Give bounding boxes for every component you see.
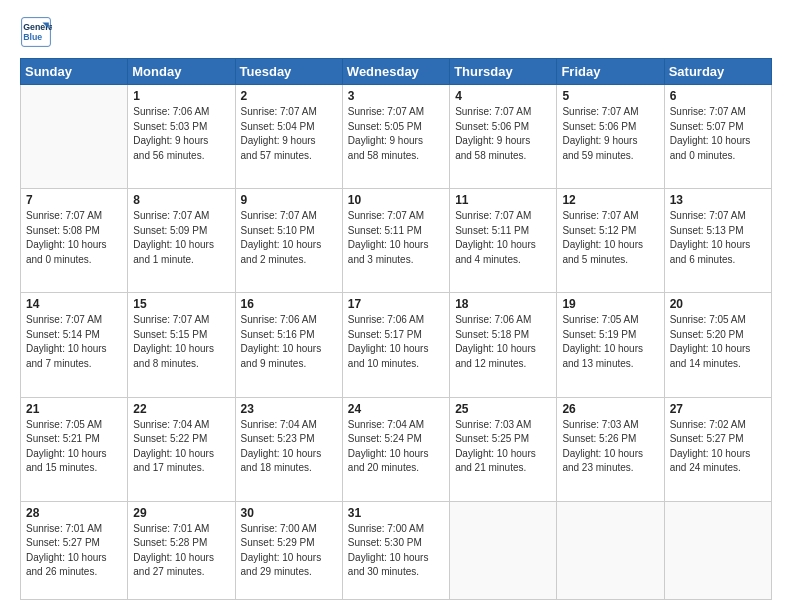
- calendar-cell: [21, 85, 128, 189]
- day-info: Sunrise: 7:05 AMSunset: 5:20 PMDaylight:…: [670, 313, 766, 371]
- calendar-cell: 9Sunrise: 7:07 AMSunset: 5:10 PMDaylight…: [235, 189, 342, 293]
- day-info: Sunrise: 7:07 AMSunset: 5:11 PMDaylight:…: [348, 209, 444, 267]
- logo: General Blue: [20, 16, 56, 48]
- day-number: 22: [133, 402, 229, 416]
- calendar-cell: 31Sunrise: 7:00 AMSunset: 5:30 PMDayligh…: [342, 501, 449, 599]
- svg-text:Blue: Blue: [23, 32, 42, 42]
- page: General Blue SundayMondayTuesdayWednesda…: [0, 0, 792, 612]
- day-info: Sunrise: 7:07 AMSunset: 5:06 PMDaylight:…: [455, 105, 551, 163]
- day-number: 15: [133, 297, 229, 311]
- day-number: 27: [670, 402, 766, 416]
- day-number: 20: [670, 297, 766, 311]
- calendar-cell: 17Sunrise: 7:06 AMSunset: 5:17 PMDayligh…: [342, 293, 449, 397]
- day-number: 3: [348, 89, 444, 103]
- day-number: 24: [348, 402, 444, 416]
- day-info: Sunrise: 7:05 AMSunset: 5:19 PMDaylight:…: [562, 313, 658, 371]
- calendar-cell: 8Sunrise: 7:07 AMSunset: 5:09 PMDaylight…: [128, 189, 235, 293]
- day-number: 25: [455, 402, 551, 416]
- calendar-header-friday: Friday: [557, 59, 664, 85]
- day-info: Sunrise: 7:03 AMSunset: 5:26 PMDaylight:…: [562, 418, 658, 476]
- day-number: 19: [562, 297, 658, 311]
- calendar-cell: 16Sunrise: 7:06 AMSunset: 5:16 PMDayligh…: [235, 293, 342, 397]
- calendar-cell: 3Sunrise: 7:07 AMSunset: 5:05 PMDaylight…: [342, 85, 449, 189]
- calendar-header-monday: Monday: [128, 59, 235, 85]
- week-row-4: 21Sunrise: 7:05 AMSunset: 5:21 PMDayligh…: [21, 397, 772, 501]
- day-info: Sunrise: 7:06 AMSunset: 5:18 PMDaylight:…: [455, 313, 551, 371]
- calendar-cell: 26Sunrise: 7:03 AMSunset: 5:26 PMDayligh…: [557, 397, 664, 501]
- calendar-cell: 30Sunrise: 7:00 AMSunset: 5:29 PMDayligh…: [235, 501, 342, 599]
- day-info: Sunrise: 7:00 AMSunset: 5:30 PMDaylight:…: [348, 522, 444, 580]
- calendar-cell: 7Sunrise: 7:07 AMSunset: 5:08 PMDaylight…: [21, 189, 128, 293]
- week-row-5: 28Sunrise: 7:01 AMSunset: 5:27 PMDayligh…: [21, 501, 772, 599]
- calendar-header-thursday: Thursday: [450, 59, 557, 85]
- calendar-cell: 28Sunrise: 7:01 AMSunset: 5:27 PMDayligh…: [21, 501, 128, 599]
- day-number: 28: [26, 506, 122, 520]
- day-number: 30: [241, 506, 337, 520]
- day-info: Sunrise: 7:01 AMSunset: 5:27 PMDaylight:…: [26, 522, 122, 580]
- week-row-3: 14Sunrise: 7:07 AMSunset: 5:14 PMDayligh…: [21, 293, 772, 397]
- day-info: Sunrise: 7:04 AMSunset: 5:22 PMDaylight:…: [133, 418, 229, 476]
- day-number: 2: [241, 89, 337, 103]
- day-number: 9: [241, 193, 337, 207]
- day-info: Sunrise: 7:00 AMSunset: 5:29 PMDaylight:…: [241, 522, 337, 580]
- calendar-cell: 11Sunrise: 7:07 AMSunset: 5:11 PMDayligh…: [450, 189, 557, 293]
- calendar-cell: 21Sunrise: 7:05 AMSunset: 5:21 PMDayligh…: [21, 397, 128, 501]
- day-info: Sunrise: 7:07 AMSunset: 5:15 PMDaylight:…: [133, 313, 229, 371]
- calendar-cell: 4Sunrise: 7:07 AMSunset: 5:06 PMDaylight…: [450, 85, 557, 189]
- day-number: 7: [26, 193, 122, 207]
- header: General Blue: [20, 16, 772, 48]
- calendar-cell: 24Sunrise: 7:04 AMSunset: 5:24 PMDayligh…: [342, 397, 449, 501]
- calendar-cell: 2Sunrise: 7:07 AMSunset: 5:04 PMDaylight…: [235, 85, 342, 189]
- day-number: 23: [241, 402, 337, 416]
- day-info: Sunrise: 7:07 AMSunset: 5:12 PMDaylight:…: [562, 209, 658, 267]
- day-info: Sunrise: 7:05 AMSunset: 5:21 PMDaylight:…: [26, 418, 122, 476]
- calendar-table: SundayMondayTuesdayWednesdayThursdayFrid…: [20, 58, 772, 600]
- day-number: 6: [670, 89, 766, 103]
- calendar-cell: 10Sunrise: 7:07 AMSunset: 5:11 PMDayligh…: [342, 189, 449, 293]
- calendar-cell: 14Sunrise: 7:07 AMSunset: 5:14 PMDayligh…: [21, 293, 128, 397]
- day-number: 29: [133, 506, 229, 520]
- day-number: 1: [133, 89, 229, 103]
- day-number: 10: [348, 193, 444, 207]
- day-info: Sunrise: 7:04 AMSunset: 5:23 PMDaylight:…: [241, 418, 337, 476]
- calendar-cell: 19Sunrise: 7:05 AMSunset: 5:19 PMDayligh…: [557, 293, 664, 397]
- day-number: 5: [562, 89, 658, 103]
- calendar-cell: 20Sunrise: 7:05 AMSunset: 5:20 PMDayligh…: [664, 293, 771, 397]
- day-number: 13: [670, 193, 766, 207]
- calendar-cell: 29Sunrise: 7:01 AMSunset: 5:28 PMDayligh…: [128, 501, 235, 599]
- calendar-cell: 18Sunrise: 7:06 AMSunset: 5:18 PMDayligh…: [450, 293, 557, 397]
- logo-icon: General Blue: [20, 16, 52, 48]
- day-info: Sunrise: 7:07 AMSunset: 5:11 PMDaylight:…: [455, 209, 551, 267]
- day-info: Sunrise: 7:07 AMSunset: 5:07 PMDaylight:…: [670, 105, 766, 163]
- day-number: 17: [348, 297, 444, 311]
- day-info: Sunrise: 7:07 AMSunset: 5:13 PMDaylight:…: [670, 209, 766, 267]
- day-info: Sunrise: 7:07 AMSunset: 5:08 PMDaylight:…: [26, 209, 122, 267]
- calendar-cell: 23Sunrise: 7:04 AMSunset: 5:23 PMDayligh…: [235, 397, 342, 501]
- day-info: Sunrise: 7:07 AMSunset: 5:10 PMDaylight:…: [241, 209, 337, 267]
- calendar-cell: 1Sunrise: 7:06 AMSunset: 5:03 PMDaylight…: [128, 85, 235, 189]
- week-row-1: 1Sunrise: 7:06 AMSunset: 5:03 PMDaylight…: [21, 85, 772, 189]
- calendar-header-sunday: Sunday: [21, 59, 128, 85]
- day-info: Sunrise: 7:06 AMSunset: 5:03 PMDaylight:…: [133, 105, 229, 163]
- day-number: 12: [562, 193, 658, 207]
- calendar-cell: 13Sunrise: 7:07 AMSunset: 5:13 PMDayligh…: [664, 189, 771, 293]
- calendar-cell: 27Sunrise: 7:02 AMSunset: 5:27 PMDayligh…: [664, 397, 771, 501]
- day-info: Sunrise: 7:07 AMSunset: 5:04 PMDaylight:…: [241, 105, 337, 163]
- day-number: 11: [455, 193, 551, 207]
- day-number: 16: [241, 297, 337, 311]
- day-number: 21: [26, 402, 122, 416]
- day-number: 14: [26, 297, 122, 311]
- calendar-header-tuesday: Tuesday: [235, 59, 342, 85]
- calendar-cell: 6Sunrise: 7:07 AMSunset: 5:07 PMDaylight…: [664, 85, 771, 189]
- day-number: 8: [133, 193, 229, 207]
- day-info: Sunrise: 7:06 AMSunset: 5:16 PMDaylight:…: [241, 313, 337, 371]
- calendar-cell: [450, 501, 557, 599]
- calendar-cell: 22Sunrise: 7:04 AMSunset: 5:22 PMDayligh…: [128, 397, 235, 501]
- day-info: Sunrise: 7:07 AMSunset: 5:06 PMDaylight:…: [562, 105, 658, 163]
- day-info: Sunrise: 7:04 AMSunset: 5:24 PMDaylight:…: [348, 418, 444, 476]
- day-info: Sunrise: 7:07 AMSunset: 5:14 PMDaylight:…: [26, 313, 122, 371]
- day-number: 18: [455, 297, 551, 311]
- week-row-2: 7Sunrise: 7:07 AMSunset: 5:08 PMDaylight…: [21, 189, 772, 293]
- day-info: Sunrise: 7:06 AMSunset: 5:17 PMDaylight:…: [348, 313, 444, 371]
- calendar-cell: 5Sunrise: 7:07 AMSunset: 5:06 PMDaylight…: [557, 85, 664, 189]
